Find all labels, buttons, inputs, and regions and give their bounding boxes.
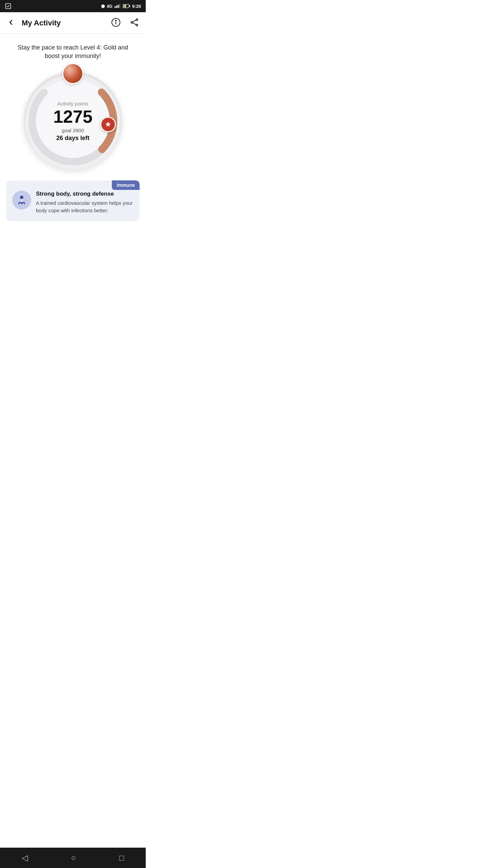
nav-home-button[interactable]: ○ xyxy=(64,850,83,866)
signal-label: 4G xyxy=(107,4,113,9)
svg-rect-2 xyxy=(116,6,117,8)
immune-badge: immune xyxy=(112,180,140,190)
ring-days: 26 days left xyxy=(53,135,93,142)
svg-rect-4 xyxy=(119,4,120,8)
status-bar: ⬢ 4G 9:28 xyxy=(0,0,146,12)
ring-container: ★ Activity points 1275 goal 3900 26 days… xyxy=(20,68,125,174)
share-icon xyxy=(130,18,139,27)
card-title: Strong body, strong defense xyxy=(36,191,134,197)
info-button[interactable] xyxy=(110,16,122,29)
back-button[interactable] xyxy=(5,17,16,29)
card-body: A trained cardiovascular system helps yo… xyxy=(36,199,134,214)
nav-apps-button[interactable]: □ xyxy=(113,850,131,866)
nav-back-button[interactable]: ◁ xyxy=(15,850,35,866)
svg-rect-0 xyxy=(6,4,11,9)
info-card: immune Strong body, strong defense A tra… xyxy=(6,180,140,221)
bottom-nav: ◁ ○ □ xyxy=(0,848,146,868)
person-icon xyxy=(16,195,27,205)
svg-point-11 xyxy=(116,20,116,21)
svg-point-19 xyxy=(20,196,23,199)
header-icons xyxy=(110,16,140,29)
bluetooth-icon: ⬢ xyxy=(101,4,105,9)
page-title: My Activity xyxy=(22,19,61,27)
header: My Activity xyxy=(0,12,146,34)
status-right: ⬢ 4G 9:28 xyxy=(101,4,141,9)
medal-icon xyxy=(62,63,83,84)
battery-icon xyxy=(123,4,130,8)
svg-rect-6 xyxy=(129,5,130,7)
status-left xyxy=(5,3,12,9)
ring-center: Activity points 1275 goal 3900 26 days l… xyxy=(53,101,93,142)
signal-bars-icon xyxy=(115,4,121,8)
svg-rect-1 xyxy=(115,6,116,8)
time-label: 9:28 xyxy=(132,4,141,9)
card-section: immune Strong body, strong defense A tra… xyxy=(0,180,146,228)
svg-point-20 xyxy=(21,199,22,201)
card-text-block: Strong body, strong defense A trained ca… xyxy=(36,191,134,214)
svg-line-15 xyxy=(133,20,136,22)
share-button[interactable] xyxy=(129,17,140,29)
card-avatar xyxy=(12,191,31,210)
ring-section: ★ Activity points 1275 goal 3900 26 days… xyxy=(0,65,146,180)
ring-points: 1275 xyxy=(53,108,93,125)
medal-facets xyxy=(63,64,82,83)
motivation-text: Stay the pace to reach Level 4: Gold and… xyxy=(0,34,146,65)
checklist-icon xyxy=(5,3,12,9)
svg-rect-3 xyxy=(118,5,119,8)
svg-line-16 xyxy=(133,23,136,25)
ring-goal: goal 3900 xyxy=(53,127,93,133)
card-content: Strong body, strong defense A trained ca… xyxy=(12,191,134,214)
star-badge: ★ xyxy=(100,117,116,132)
header-left: My Activity xyxy=(5,17,61,29)
ring-label: Activity points xyxy=(53,101,93,106)
info-icon xyxy=(111,18,121,27)
